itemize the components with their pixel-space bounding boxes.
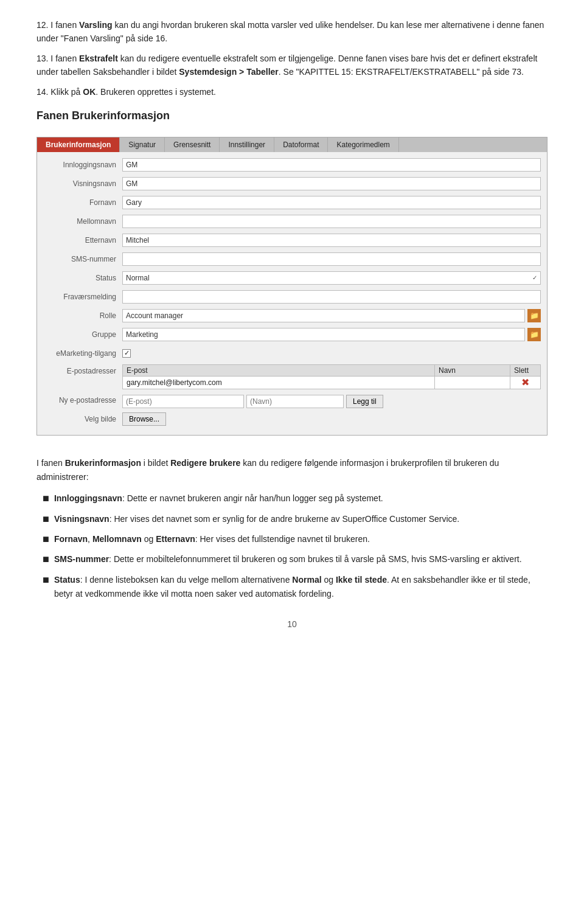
paragraph-14: 14. Klikk på OK. Brukeren opprettes i sy…: [36, 85, 548, 99]
row-epost-table: E-postadresser E-post Navn Slett gary.mi…: [43, 364, 541, 389]
bullet-marker: ■: [43, 492, 49, 505]
input-fravarmelding[interactable]: [122, 290, 541, 304]
new-email-input[interactable]: [122, 395, 244, 408]
folder-gruppe-button[interactable]: 📁: [527, 328, 541, 341]
field-sms: [122, 252, 541, 266]
email-col-header: E-post: [123, 364, 435, 376]
label-visningsnavn: Visningsnavn: [43, 179, 122, 188]
name-col-header: Navn: [434, 364, 510, 376]
label-fornavn: Fornavn: [43, 198, 122, 207]
select-status-value: Normal: [126, 274, 150, 282]
input-fornavn[interactable]: [122, 196, 541, 209]
label-gruppe: Gruppe: [43, 330, 122, 339]
input-mellomnavn[interactable]: [122, 215, 541, 228]
browse-row: Browse...: [122, 412, 166, 426]
field-gruppe: 📁: [122, 328, 541, 341]
row-ny-epost: Ny e-postadresse Legg til: [43, 392, 541, 408]
delete-cell: ✖: [510, 376, 541, 389]
section-heading: Fanen Brukerinformasjon: [36, 109, 548, 122]
row-innloggingsnavn: Innloggingsnavn: [43, 157, 541, 173]
legg-til-button[interactable]: Legg til: [346, 395, 383, 408]
bullet-text: SMS-nummer: Dette er mobiltelefonnummere…: [54, 552, 522, 566]
bullet-marker: ■: [43, 573, 49, 587]
field-rolle: 📁: [122, 309, 541, 322]
label-fravarmelding: Fraværsmelding: [43, 293, 122, 301]
row-etternavn: Etternavn: [43, 232, 541, 248]
browse-button[interactable]: Browse...: [122, 412, 166, 426]
row-fravarmelding: Fraværsmelding: [43, 289, 541, 305]
field-etternavn: [122, 234, 541, 247]
bullet-visningsnavn: ■ Visningsnavn: Her vises det navnet som…: [36, 512, 548, 526]
tab-datoformat[interactable]: Datoformat: [274, 137, 328, 152]
label-rolle: Rolle: [43, 311, 122, 320]
folder-icon: 📁: [530, 330, 539, 339]
field-visningsnavn: [122, 177, 541, 190]
field-mellomnavn: [122, 215, 541, 228]
label-sms: SMS-nummer: [43, 255, 122, 263]
row-visningsnavn: Visningsnavn: [43, 176, 541, 192]
chevron-down-icon: ✓: [532, 274, 537, 281]
input-innloggingsnavn[interactable]: [122, 158, 541, 172]
bullet-status: ■ Status: I denne listeboksen kan du vel…: [36, 573, 548, 601]
tab-brukerinformasjon[interactable]: Brukerinformasjon: [37, 137, 120, 152]
email-table: E-post Navn Slett gary.mitchel@libertyco…: [122, 364, 541, 389]
label-velg-bilde: Velg bilde: [43, 415, 122, 423]
field-epost: E-post Navn Slett gary.mitchel@libertyco…: [122, 364, 541, 389]
row-status: Status Normal ✓: [43, 270, 541, 286]
paragraph-13: 13. I fanen Ekstrafelt kan du redigere e…: [36, 52, 548, 79]
row-rolle: Rolle 📁: [43, 308, 541, 324]
body-section: I fanen Brukerinformasjon i bildet Redig…: [36, 456, 548, 601]
label-epost: E-postadresser: [43, 364, 122, 375]
label-innloggingsnavn: Innloggingsnavn: [43, 161, 122, 169]
bullet-text: Status: I denne listeboksen kan du velge…: [54, 573, 548, 601]
bullet-innloggingsnavn: ■ Innloggingsnavn: Dette er navnet bruke…: [36, 492, 548, 505]
delete-email-button[interactable]: ✖: [521, 378, 529, 387]
row-gruppe: Gruppe 📁: [43, 327, 541, 342]
field-fornavn: [122, 196, 541, 209]
bullet-sms: ■ SMS-nummer: Dette er mobiltelefonnumme…: [36, 552, 548, 566]
add-email-row: Legg til: [122, 395, 383, 408]
field-velg-bilde: Browse...: [122, 412, 541, 426]
row-sms: SMS-nummer: [43, 251, 541, 267]
name-cell: [434, 376, 510, 389]
row-fornavn: Fornavn: [43, 195, 541, 210]
bullet-marker: ■: [43, 512, 49, 526]
tab-grensesnitt[interactable]: Grensesnitt: [165, 137, 220, 152]
input-etternavn[interactable]: [122, 234, 541, 247]
field-ny-epost: Legg til: [122, 392, 541, 408]
bullet-text: Visningsnavn: Her vises det navnet som e…: [54, 512, 459, 526]
folder-rolle-button[interactable]: 📁: [527, 309, 541, 322]
label-ny-epost: Ny e-postadresse: [43, 396, 122, 405]
input-rolle[interactable]: [122, 309, 525, 322]
tab-innstillinger[interactable]: Innstillinger: [220, 137, 274, 152]
field-status: Normal ✓: [122, 271, 541, 285]
row-emarketing: eMarketing-tilgang ✓: [43, 346, 541, 361]
paragraph-12: 12. I fanen Varsling kan du angi hvordan…: [36, 18, 548, 46]
label-emarketing: eMarketing-tilgang: [43, 349, 122, 358]
body-intro-paragraph: I fanen Brukerinformasjon i bildet Redig…: [36, 456, 548, 484]
field-innloggingsnavn: [122, 158, 541, 172]
email-cell: gary.mitchel@libertycom.com: [123, 376, 435, 389]
tab-bar: Brukerinformasjon Signatur Grensesnitt I…: [37, 137, 547, 152]
input-visningsnavn[interactable]: [122, 177, 541, 190]
bullet-navn: ■ Fornavn, Mellomnavn og Etternavn: Her …: [36, 532, 548, 546]
label-status: Status: [43, 274, 122, 282]
new-name-input[interactable]: [246, 395, 344, 408]
bullet-text: Innloggingsnavn: Dette er navnet brukere…: [54, 492, 383, 505]
row-mellomnavn: Mellomnavn: [43, 214, 541, 229]
label-mellomnavn: Mellomnavn: [43, 217, 122, 226]
bullet-text: Fornavn, Mellomnavn og Etternavn: Her vi…: [54, 532, 370, 546]
select-status[interactable]: Normal ✓: [122, 271, 541, 285]
tab-signatur[interactable]: Signatur: [120, 137, 165, 152]
input-sms[interactable]: [122, 252, 541, 266]
checkbox-emarketing[interactable]: ✓: [122, 349, 131, 358]
page-number: 10: [36, 619, 548, 629]
tab-kategorimedlem[interactable]: Kategorimedlem: [328, 137, 398, 152]
ui-screenshot: Brukerinformasjon Signatur Grensesnitt I…: [36, 137, 548, 436]
bullet-marker: ■: [43, 532, 49, 546]
bullet-list: ■ Innloggingsnavn: Dette er navnet bruke…: [36, 492, 548, 601]
input-gruppe[interactable]: [122, 328, 525, 341]
ui-form: Innloggingsnavn Visningsnavn Fornavn Mel…: [37, 152, 547, 435]
delete-col-header: Slett: [510, 364, 541, 376]
field-fravarmelding: [122, 290, 541, 304]
